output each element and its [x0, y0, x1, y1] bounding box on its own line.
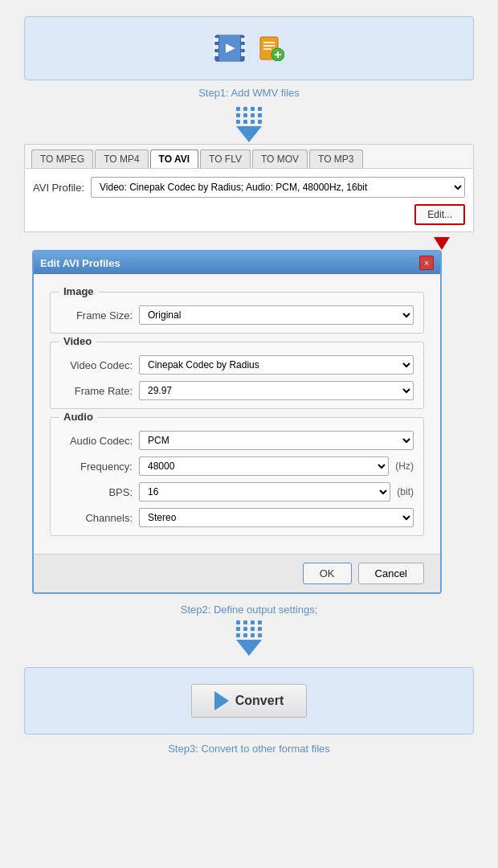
video-section: Video Video Codec: Cinepak Codec by Radi…: [50, 342, 424, 409]
step2-label: Step2: Define output settings;: [181, 604, 318, 616]
frequency-label: Frequency:: [60, 461, 133, 473]
format-tabs: TO MPEG TO MP4 TO AVI TO FLV TO MOV TO M…: [24, 144, 474, 169]
svg-rect-12: [263, 48, 271, 50]
frame-rate-label: Frame Rate:: [60, 385, 133, 397]
red-arrow: [24, 235, 474, 250]
svg-rect-11: [263, 45, 275, 47]
svg-rect-6: [241, 52, 246, 56]
convert-button[interactable]: Convert: [191, 684, 307, 718]
ok-button[interactable]: OK: [303, 563, 352, 584]
channels-select[interactable]: Stereo Mono: [139, 508, 414, 527]
tab-mp4[interactable]: TO MP4: [95, 149, 148, 168]
video-codec-label: Video Codec:: [60, 359, 133, 371]
bps-label: BPS:: [60, 486, 133, 498]
video-codec-row: Video Codec: Cinepak Codec by Radius MPE…: [60, 355, 414, 375]
audio-codec-select[interactable]: PCM MP3 AAC: [139, 431, 414, 450]
step2-arrow: [236, 620, 263, 656]
add-file-icon: [259, 35, 284, 61]
frame-rate-row: Frame Rate: 29.97 25 24 30: [60, 381, 414, 400]
convert-label: Convert: [235, 694, 284, 708]
image-section: Image Frame Size: Original 1920x1080 128…: [50, 292, 424, 334]
cancel-button[interactable]: Cancel: [358, 563, 424, 584]
convert-box: Convert: [24, 667, 474, 735]
dialog-body: Image Frame Size: Original 1920x1080 128…: [34, 274, 440, 554]
frequency-row: Frequency: 48000 44100 22050 (Hz): [60, 457, 414, 476]
tab-avi[interactable]: TO AVI: [150, 149, 198, 168]
frequency-unit: (Hz): [395, 461, 414, 472]
svg-rect-10: [263, 42, 275, 43]
play-icon: [214, 691, 229, 710]
frequency-select[interactable]: 48000 44100 22050: [139, 457, 389, 476]
step1-arrow: [236, 107, 263, 142]
frame-size-row: Frame Size: Original 1920x1080 1280x720: [60, 305, 414, 325]
edit-avi-dialog: Edit AVI Profiles × Image Frame Size: Or…: [32, 250, 442, 594]
tab-mp3[interactable]: TO MP3: [309, 149, 362, 168]
image-legend: Image: [59, 285, 99, 297]
video-codec-select[interactable]: Cinepak Codec by Radius MPEG-4 H.264: [139, 355, 414, 375]
audio-codec-row: Audio Codec: PCM MP3 AAC: [60, 431, 414, 450]
svg-rect-5: [241, 45, 246, 49]
dialog-title: Edit AVI Profiles: [40, 257, 120, 269]
film-icon: ▶: [214, 34, 246, 63]
svg-rect-1: [214, 38, 218, 42]
bps-select[interactable]: 16 8 24 32: [139, 482, 390, 502]
profile-area: AVI Profile: Video: Cinepak Codec by Rad…: [24, 169, 474, 232]
main-container: ▶ Step1: Add WMV files TO MPEG TO MP4 TO…: [0, 0, 498, 771]
svg-rect-15: [277, 51, 279, 58]
frame-size-label: Frame Size:: [60, 309, 133, 321]
svg-rect-4: [241, 38, 246, 42]
step1-label: Step1: Add WMV files: [198, 87, 300, 99]
profile-label: AVI Profile:: [33, 182, 84, 194]
bps-unit: (bit): [397, 486, 414, 497]
step3-label: Step3: Convert to other format files: [168, 743, 330, 755]
svg-text:▶: ▶: [226, 41, 235, 54]
bps-row: BPS: 16 8 24 32 (bit): [60, 482, 414, 502]
dialog-close-button[interactable]: ×: [419, 256, 434, 270]
tab-flv[interactable]: TO FLV: [200, 149, 251, 168]
step1-dropzone[interactable]: ▶: [24, 16, 474, 80]
dialog-footer: OK Cancel: [34, 554, 440, 592]
audio-section: Audio Audio Codec: PCM MP3 AAC Frequency…: [50, 417, 424, 536]
channels-row: Channels: Stereo Mono: [60, 508, 414, 527]
edit-button[interactable]: Edit...: [414, 204, 465, 225]
frame-rate-select[interactable]: 29.97 25 24 30: [139, 381, 414, 400]
dialog-titlebar: Edit AVI Profiles ×: [34, 252, 440, 274]
svg-rect-2: [214, 45, 218, 49]
tab-mpeg[interactable]: TO MPEG: [31, 149, 93, 168]
avi-profile-select[interactable]: Video: Cinepak Codec by Radius; Audio: P…: [91, 177, 465, 198]
audio-codec-label: Audio Codec:: [60, 435, 133, 447]
frame-size-select[interactable]: Original 1920x1080 1280x720: [139, 305, 414, 325]
tab-mov[interactable]: TO MOV: [252, 149, 308, 168]
channels-label: Channels:: [60, 512, 133, 524]
audio-legend: Audio: [59, 411, 98, 423]
edit-dialog-wrapper: Edit AVI Profiles × Image Frame Size: Or…: [24, 250, 474, 594]
video-legend: Video: [59, 335, 96, 347]
svg-rect-3: [214, 52, 218, 56]
